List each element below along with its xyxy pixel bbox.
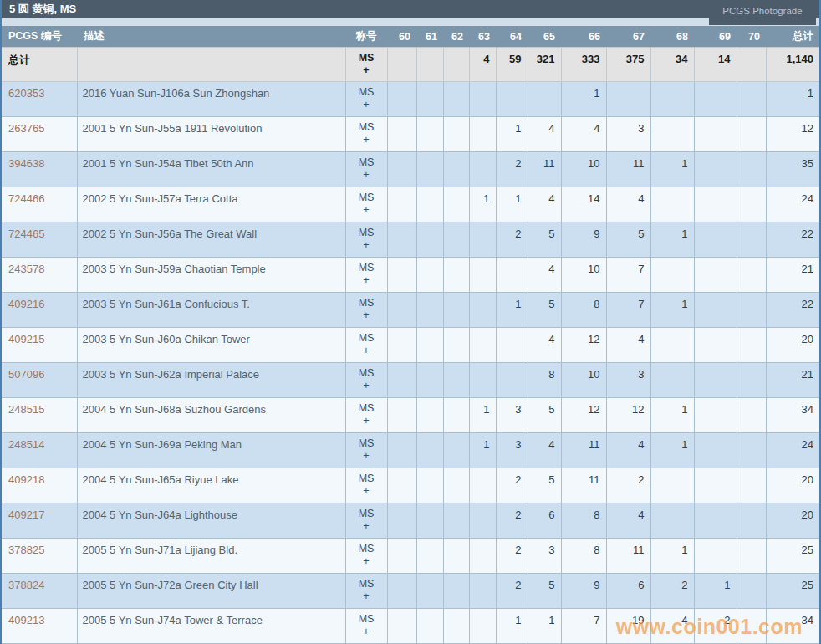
pcgs-number-cell: 620353 [2, 82, 77, 117]
grade-61-count [416, 574, 443, 609]
grade-65-count: 4 [528, 328, 561, 363]
grade-66-count: 8 [561, 539, 606, 574]
grade-67-count: 4 [606, 328, 650, 363]
grade-64-count [496, 82, 528, 117]
designation-plus: + [347, 520, 386, 533]
pcgs-number-link[interactable]: 243578 [8, 263, 44, 275]
designation-ms: MS [347, 402, 386, 415]
grade-70-count [737, 433, 766, 468]
row-total-cell: 25 [766, 539, 819, 574]
grade-68-count [650, 187, 694, 222]
grade-70-count [737, 503, 766, 539]
pcgs-number-link[interactable]: 248514 [8, 438, 44, 451]
grade-62-count [443, 48, 469, 82]
designation-cell: MS+ [345, 152, 387, 187]
row-total-cell: 24 [766, 187, 819, 222]
column-header-61: 61 [416, 26, 443, 48]
pcgs-number-link[interactable]: 409217 [8, 509, 44, 521]
grade-62-count [443, 363, 469, 398]
coin-description: 2005 5 Yn Sun-J71a Lijiang Bld. [77, 539, 345, 574]
grade-68-count: 1 [650, 433, 694, 468]
coin-description: 2005 5 Yn Sun-J72a Green City Hall [77, 574, 345, 609]
grand-total-cell: 1,140 [766, 48, 819, 82]
grade-67-count: 4 [606, 433, 650, 468]
grade-62-count [443, 187, 469, 222]
table-row: 4092162003 5 Yn Sun-J61a Confucious T.MS… [2, 293, 819, 328]
grade-63-count: 4 [469, 48, 496, 82]
pcgs-number-link[interactable]: 394638 [8, 157, 44, 170]
pcgs-number-link[interactable]: 378824 [8, 579, 44, 591]
table-row: 3788252005 5 Yn Sun-J71a Lijiang Bld.MS+… [2, 539, 819, 574]
grade-63-count [469, 468, 496, 503]
grade-70-count [737, 48, 766, 82]
coin-description: 2001 5 Yn Sun-J54a Tibet 50th Ann [77, 152, 345, 187]
pcgs-number-link[interactable]: 724466 [8, 192, 44, 205]
row-total-cell: 20 [766, 328, 819, 363]
pcgs-number-link[interactable]: 409213 [8, 614, 44, 626]
coin-description: 2002 5 Yn Sun-J57a Terra Cotta [77, 187, 345, 222]
grade-65-count: 11 [528, 152, 561, 187]
grade-68-count [650, 117, 694, 152]
coin-description: 2003 5 Yn Sun-J61a Confucious T. [77, 293, 345, 328]
pcgs-number-link[interactable]: 263765 [8, 122, 44, 135]
column-header-67: 67 [606, 26, 650, 48]
grade-70-count [737, 187, 766, 222]
grade-60-count [387, 222, 416, 258]
grade-63-count: 1 [469, 398, 496, 433]
pcgs-number-link[interactable]: 620353 [8, 87, 44, 100]
photograde-link[interactable]: PCGS Photograde [722, 6, 802, 16]
grade-69-count [694, 398, 737, 433]
table-row: 2485142004 5 Yn Sun-J69a Peking ManMS+13… [2, 433, 819, 468]
designation-ms: MS [347, 578, 386, 590]
grade-65-count: 1 [528, 609, 561, 644]
grade-62-count [443, 117, 469, 152]
grade-70-count [737, 117, 766, 152]
grade-64-count: 1 [496, 117, 528, 152]
pcgs-number-link[interactable]: 507096 [8, 368, 44, 381]
grade-67-count: 19 [606, 609, 650, 644]
designation-cell: MS+ [345, 503, 387, 539]
page-title: 5 圆 黄铜, MS [9, 3, 76, 15]
pcgs-number-cell: 248514 [2, 433, 77, 468]
grade-67-count: 11 [606, 539, 650, 574]
grade-68-count [650, 503, 694, 539]
grade-61-count [416, 363, 443, 398]
row-total-cell: 20 [766, 503, 819, 539]
grade-61-count [416, 398, 443, 433]
population-table: PCGS 编号描述称号6061626364656667686970总计 总计MS… [2, 26, 819, 644]
photograde-tab[interactable]: PCGS Photograde [709, 0, 816, 25]
designation-cell: MS+ [345, 187, 387, 222]
table-row: 2485152004 5 Yn Sun-J68a Suzhou GardensM… [2, 398, 819, 433]
designation-plus: + [347, 626, 386, 638]
column-header-total: 总计 [766, 26, 819, 48]
coin-description: 2003 5 Yn Sun-J62a Imperial Palace [77, 363, 345, 398]
grade-67-count: 3 [606, 363, 650, 398]
pcgs-number-link[interactable]: 724465 [8, 227, 44, 240]
pcgs-number-cell: 409215 [2, 328, 77, 363]
grade-65-count [528, 82, 561, 117]
row-total-cell: 24 [766, 433, 819, 468]
table-row: 5070962003 5 Yn Sun-J62a Imperial Palace… [2, 363, 819, 398]
designation-ms: MS [347, 227, 386, 239]
grade-64-count: 1 [496, 609, 528, 644]
pcgs-number-link[interactable]: 409216 [8, 298, 44, 310]
grade-62-count [443, 82, 469, 117]
grade-66-count: 9 [561, 222, 606, 258]
grade-68-count [650, 328, 694, 363]
grade-63-count [469, 539, 496, 574]
grade-61-count [416, 187, 443, 222]
grade-61-count [416, 539, 443, 574]
pcgs-number-cell: 409213 [2, 609, 77, 644]
grade-60-count [387, 48, 416, 82]
grade-61-count [416, 503, 443, 539]
designation-ms: MS [347, 437, 386, 450]
pcgs-number-link[interactable]: 409218 [8, 473, 44, 486]
grade-62-count [443, 328, 469, 363]
pcgs-number-link[interactable]: 409215 [8, 333, 44, 345]
grade-68-count: 1 [650, 152, 694, 187]
grade-69-count [694, 258, 737, 293]
pcgs-number-link[interactable]: 248515 [8, 403, 44, 416]
grade-69-count [694, 82, 737, 117]
pcgs-number-link[interactable]: 378825 [8, 544, 44, 556]
totals-row: 总计MS+45932133337534141,140 [2, 48, 819, 82]
